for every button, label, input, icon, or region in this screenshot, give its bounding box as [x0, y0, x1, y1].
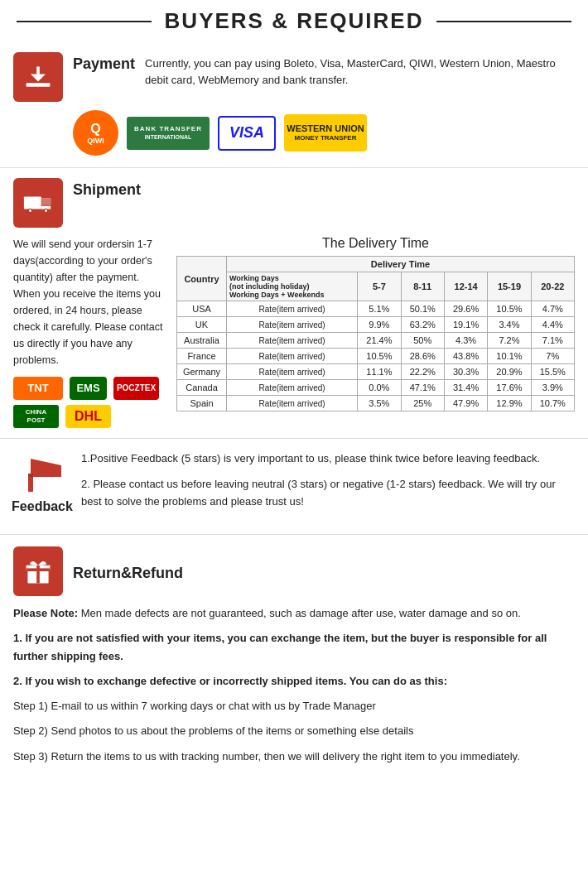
shipment-icon	[13, 178, 63, 228]
cell-c3: 47.9%	[444, 396, 487, 411]
table-row: UK Rate(item arrived) 9.9% 63.2% 19.1% 3…	[177, 317, 575, 333]
cell-c4: 20.9%	[488, 364, 531, 380]
refund-note-text: Men made defects are not guaranteed, suc…	[78, 607, 521, 619]
svg-rect-13	[28, 474, 33, 477]
chinapost-logo: CHINA POST	[13, 405, 59, 428]
feedback-point1: 1.Positive Feedback (5 stars) is very im…	[81, 450, 575, 468]
payment-icon	[13, 52, 63, 102]
refund-icon	[13, 546, 63, 596]
pocztex-logo: POCZTEX	[113, 377, 159, 400]
refund-label: Return&Refund	[73, 565, 183, 582]
cell-c4: 10.5%	[488, 301, 531, 317]
svg-rect-17	[27, 568, 51, 571]
cell-c1: 3.5%	[358, 396, 401, 411]
cell-c3: 4.3%	[444, 333, 487, 349]
feedback-icon-area: Feedback	[13, 450, 71, 514]
col-12-14: 12-14	[444, 272, 487, 301]
refund-svg-icon	[23, 556, 53, 586]
cell-c3: 19.1%	[444, 317, 487, 333]
cell-c2: 50%	[401, 333, 444, 349]
delivery-table-container: The Delivery Time Country Delivery Time …	[176, 236, 575, 428]
ems-logo: EMS	[70, 377, 107, 400]
svg-point-6	[29, 209, 31, 212]
refund-point2: 2. If you wish to exchange defective or …	[13, 672, 575, 691]
svg-rect-0	[27, 83, 51, 87]
cell-note: Rate(item arrived)	[227, 317, 358, 333]
cell-c5: 10.7%	[531, 396, 574, 411]
cell-c1: 10.5%	[358, 349, 401, 364]
col-delivery: Delivery Time	[227, 257, 575, 272]
cell-c4: 10.1%	[488, 349, 531, 364]
cell-c1: 21.4%	[358, 333, 401, 349]
delivery-table: Country Delivery Time Working Days(not i…	[176, 256, 575, 411]
cell-c2: 28.6%	[401, 349, 444, 364]
table-row: Spain Rate(item arrived) 3.5% 25% 47.9% …	[177, 396, 575, 411]
bank-transfer-logo: BANK TRANSFER INTERNATIONAL	[127, 117, 210, 150]
courier-logos: TNT EMS POCZTEX	[13, 377, 166, 400]
cell-c1: 0.0%	[358, 380, 401, 396]
cell-note: Rate(item arrived)	[227, 364, 358, 380]
refund-note: Please Note: Men made defects are not gu…	[13, 604, 575, 623]
shipment-section: Shipment We will send your ordersin 1-7 …	[0, 168, 588, 439]
western-union-logo: WESTERN UNION MONEY TRANSFER	[284, 114, 367, 152]
col-15-19: 15-19	[488, 272, 531, 301]
cell-c3: 30.3%	[444, 364, 487, 380]
refund-note-label: Please Note:	[13, 607, 78, 619]
payment-section: Payment Currently, you can pay using Bol…	[0, 42, 588, 168]
cell-country: Germany	[177, 364, 227, 380]
svg-marker-12	[31, 459, 61, 477]
cell-c1: 5.1%	[358, 301, 401, 317]
table-row: France Rate(item arrived) 10.5% 28.6% 43…	[177, 349, 575, 364]
cell-country: USA	[177, 301, 227, 317]
refund-steps: Step 1) E-mail to us within 7 working da…	[13, 697, 575, 765]
cell-c5: 15.5%	[531, 364, 574, 380]
feedback-texts: 1.Positive Feedback (5 stars) is very im…	[81, 450, 575, 510]
payment-label: Payment	[73, 55, 135, 73]
cell-c5: 4.4%	[531, 317, 574, 333]
feedback-label: Feedback	[12, 499, 73, 514]
shipment-description: We will send your ordersin 1-7 days(acco…	[13, 236, 166, 368]
page-header: BUYERS & REQUIRED	[0, 0, 588, 42]
refund-point2-label: 2. If you wish to exchange defective or …	[13, 675, 447, 687]
payment-logos: Q QIWI BANK TRANSFER INTERNATIONAL VISA …	[73, 110, 575, 156]
col-5-7: 5-7	[358, 272, 401, 301]
cell-c4: 17.6%	[488, 380, 531, 396]
cell-country: Canada	[177, 380, 227, 396]
svg-point-8	[45, 209, 47, 212]
cell-c4: 3.4%	[488, 317, 531, 333]
table-row: USA Rate(item arrived) 5.1% 50.1% 29.6% …	[177, 301, 575, 317]
cell-note: Rate(item arrived)	[227, 333, 358, 349]
cell-c5: 7%	[531, 349, 574, 364]
page-title: BUYERS & REQUIRED	[152, 8, 437, 34]
cell-c2: 50.1%	[401, 301, 444, 317]
cell-c1: 9.9%	[358, 317, 401, 333]
qiwi-logo: Q QIWI	[73, 110, 118, 156]
shipment-svg-icon	[22, 187, 54, 219]
col-20-22: 20-22	[531, 272, 574, 301]
col-note: Working Days(not including holiday)Worki…	[227, 272, 358, 301]
cell-c3: 31.4%	[444, 380, 487, 396]
refund-step-3: Step 3) Return the items to us with trac…	[13, 748, 575, 766]
col-8-11: 8-11	[401, 272, 444, 301]
refund-step-1: Step 1) E-mail to us within 7 working da…	[13, 697, 575, 715]
tnt-logo: TNT	[13, 377, 63, 400]
col-country: Country	[177, 257, 227, 301]
table-row: Germany Rate(item arrived) 11.1% 22.2% 3…	[177, 364, 575, 380]
cell-c5: 3.9%	[531, 380, 574, 396]
cell-note: Rate(item arrived)	[227, 396, 358, 411]
cell-country: UK	[177, 317, 227, 333]
refund-point1: 1. If you are not satisfied with your it…	[13, 629, 575, 666]
svg-marker-2	[31, 74, 46, 81]
delivery-title: The Delivery Time	[176, 236, 575, 251]
feedback-svg-icon	[20, 450, 65, 496]
refund-step-2: Step 2) Send photos to us about the prob…	[13, 722, 575, 740]
cell-c3: 43.8%	[444, 349, 487, 364]
cell-c2: 25%	[401, 396, 444, 411]
cell-c4: 7.2%	[488, 333, 531, 349]
table-row: Australia Rate(item arrived) 21.4% 50% 4…	[177, 333, 575, 349]
visa-logo: VISA	[218, 116, 276, 151]
cell-c1: 11.1%	[358, 364, 401, 380]
table-row: Canada Rate(item arrived) 0.0% 47.1% 31.…	[177, 380, 575, 396]
refund-section: Return&Refund Please Note: Men made defe…	[0, 535, 588, 784]
svg-rect-16	[36, 565, 40, 584]
